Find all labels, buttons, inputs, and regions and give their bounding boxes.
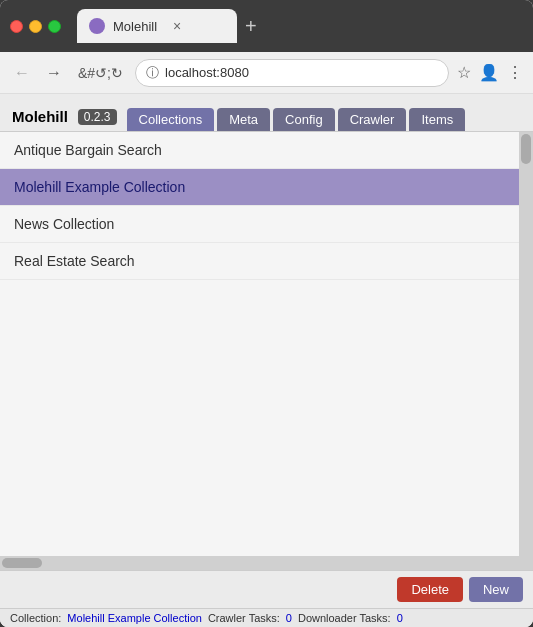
- content-wrapper: Antique Bargain Search Molehill Example …: [0, 132, 533, 556]
- scrollbar-thumb[interactable]: [521, 134, 531, 164]
- info-icon: ⓘ: [146, 64, 159, 82]
- url-text: localhost:8080: [165, 65, 249, 80]
- h-scrollbar-thumb[interactable]: [2, 558, 42, 568]
- refresh-button[interactable]: &#↺;↻: [74, 61, 127, 85]
- menu-button[interactable]: ⋮: [507, 63, 523, 82]
- list-item[interactable]: News Collection: [0, 206, 519, 243]
- tab-favicon-icon: [89, 18, 105, 34]
- bookmark-button[interactable]: ☆: [457, 63, 471, 82]
- tab-items[interactable]: Items: [409, 108, 465, 131]
- new-button[interactable]: New: [469, 577, 523, 602]
- browser-tab[interactable]: Molehill ×: [77, 9, 237, 43]
- title-bar: Molehill × +: [0, 0, 533, 52]
- tab-config[interactable]: Config: [273, 108, 335, 131]
- address-actions: ☆ 👤 ⋮: [457, 63, 523, 82]
- maximize-window-button[interactable]: [48, 20, 61, 33]
- tab-close-button[interactable]: ×: [173, 19, 181, 33]
- status-bar: Collection: Molehill Example Collection …: [0, 608, 533, 627]
- collection-list: Antique Bargain Search Molehill Example …: [0, 132, 519, 280]
- collection-value: Molehill Example Collection: [67, 612, 202, 624]
- tab-meta[interactable]: Meta: [217, 108, 270, 131]
- vertical-scrollbar[interactable]: [519, 132, 533, 556]
- address-bar: ← → &#↺;↻ ⓘ localhost:8080 ☆ 👤 ⋮: [0, 52, 533, 94]
- forward-button[interactable]: →: [42, 60, 66, 86]
- list-item[interactable]: Real Estate Search: [0, 243, 519, 280]
- action-bar: Delete New: [0, 570, 533, 608]
- horizontal-scrollbar[interactable]: [0, 556, 533, 570]
- downloader-key: Downloader Tasks:: [298, 612, 391, 624]
- close-window-button[interactable]: [10, 20, 23, 33]
- tab-bar: Molehill × +: [77, 9, 523, 43]
- tab-crawler[interactable]: Crawler: [338, 108, 407, 131]
- version-badge: 0.2.3: [78, 109, 117, 125]
- back-button[interactable]: ←: [10, 60, 34, 86]
- downloader-value: 0: [397, 612, 403, 624]
- browser-window: Molehill × + ← → &#↺;↻ ⓘ localhost:8080 …: [0, 0, 533, 627]
- new-tab-button[interactable]: +: [245, 16, 257, 36]
- collection-key: Collection:: [10, 612, 61, 624]
- tab-title: Molehill: [113, 19, 157, 34]
- crawler-key: Crawler Tasks:: [208, 612, 280, 624]
- app-content: Molehill 0.2.3 Collections Meta Config C…: [0, 94, 533, 627]
- traffic-lights: [10, 20, 61, 33]
- list-item[interactable]: Antique Bargain Search: [0, 132, 519, 169]
- tab-collections[interactable]: Collections: [127, 108, 215, 131]
- app-title: Molehill: [12, 108, 68, 125]
- list-item[interactable]: Molehill Example Collection: [0, 169, 519, 206]
- delete-button[interactable]: Delete: [397, 577, 463, 602]
- account-button[interactable]: 👤: [479, 63, 499, 82]
- minimize-window-button[interactable]: [29, 20, 42, 33]
- url-bar[interactable]: ⓘ localhost:8080: [135, 59, 449, 87]
- content-area[interactable]: Antique Bargain Search Molehill Example …: [0, 132, 519, 556]
- nav-tabs: Collections Meta Config Crawler Items: [127, 108, 466, 131]
- app-header: Molehill 0.2.3 Collections Meta Config C…: [0, 94, 533, 132]
- crawler-value: 0: [286, 612, 292, 624]
